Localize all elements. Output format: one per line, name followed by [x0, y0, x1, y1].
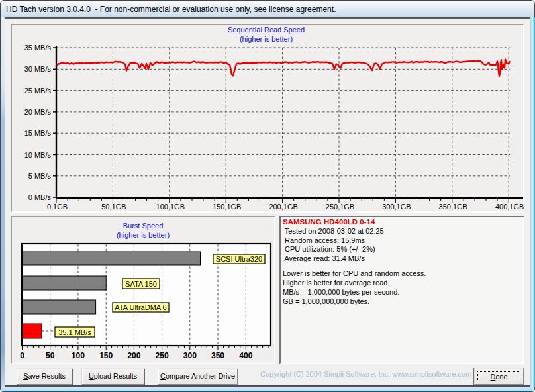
svg-text:250,1GB: 250,1GB [326, 203, 354, 211]
svg-text:400: 400 [239, 351, 252, 360]
svg-text:150,1GB: 150,1GB [213, 203, 241, 211]
svg-text:300,1GB: 300,1GB [382, 203, 411, 211]
svg-text:SATA 150: SATA 150 [125, 280, 157, 288]
svg-text:200,1GB: 200,1GB [269, 203, 297, 211]
svg-text:150: 150 [99, 351, 113, 360]
svg-text:50,1GB: 50,1GB [101, 203, 126, 211]
svg-text:SCSI Ultra320: SCSI Ultra320 [216, 255, 262, 263]
svg-text:25 MB/s: 25 MB/s [24, 87, 52, 95]
svg-text:250: 250 [156, 351, 169, 360]
svg-text:200: 200 [127, 351, 140, 360]
svg-text:20 MB/s: 20 MB/s [24, 108, 52, 116]
svg-text:100,1GB: 100,1GB [156, 203, 185, 211]
svg-text:350,1GB: 350,1GB [439, 203, 467, 211]
svg-text:35.1 MB/s: 35.1 MB/s [58, 328, 91, 336]
svg-text:0,1GB: 0,1GB [47, 203, 68, 211]
svg-text:0 MB/s: 0 MB/s [28, 193, 52, 201]
svg-text:50: 50 [46, 351, 55, 360]
svg-text:35 MB/s: 35 MB/s [24, 44, 52, 52]
svg-text:300: 300 [183, 351, 197, 360]
svg-text:ATA UltraDMA 6: ATA UltraDMA 6 [115, 303, 166, 311]
svg-text:100: 100 [72, 351, 85, 360]
svg-text:350: 350 [211, 351, 224, 360]
svg-text:5 MB/s: 5 MB/s [28, 172, 52, 180]
svg-text:15 MB/s: 15 MB/s [24, 129, 52, 137]
svg-text:0: 0 [20, 351, 24, 360]
svg-text:10 MB/s: 10 MB/s [24, 151, 52, 159]
svg-text:400,1GB: 400,1GB [495, 203, 524, 211]
svg-text:30 MB/s: 30 MB/s [24, 65, 52, 73]
